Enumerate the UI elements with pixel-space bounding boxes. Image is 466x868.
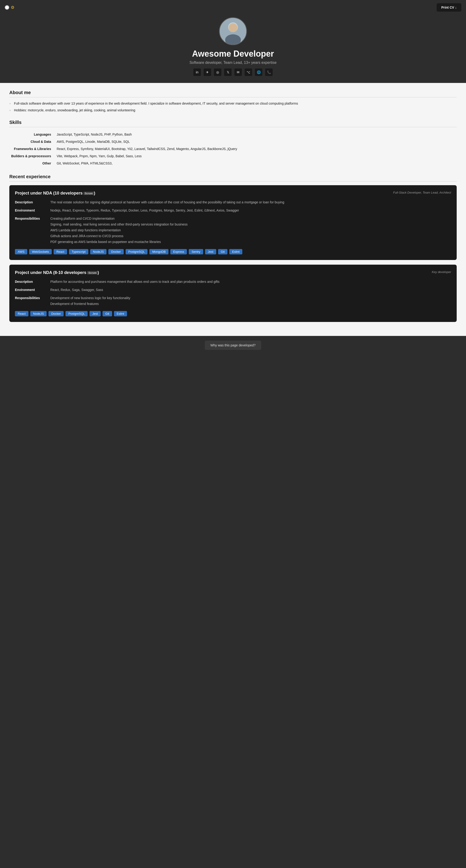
card-desc-row-2: Description Platform for accounting and …	[15, 279, 451, 284]
card-title-text-1: Project under NDA (10 developers	[15, 191, 83, 195]
card-env-row-2: Environment React, Redux, Saga, Swagger,…	[15, 287, 451, 292]
project-card-1: Project under NDA (10 developersScrum) F…	[9, 185, 457, 260]
skills-label-languages: Languages	[9, 131, 55, 138]
avatar	[219, 17, 247, 45]
tag-aws: AWS	[15, 249, 27, 254]
twitter-icon[interactable]: 𝕏	[224, 68, 231, 76]
about-item-2: Hobbies: motorcycle, enduro, snowboardin…	[9, 108, 457, 113]
github-icon[interactable]: ⌥	[245, 68, 252, 76]
tag2-postgresql: PostgreSQL	[65, 311, 88, 316]
resp-item-1-5: PDF generating as AWS lambda based on pu…	[50, 240, 188, 244]
resp-value-2: Development of new business logic for ke…	[50, 296, 130, 307]
skills-row-cloud: Cloud & Data AWS, PostgreSQL, Linode, Ma…	[9, 138, 457, 145]
skills-value-builders: Vite, Webpack, Pnpm, Npm, Yarn, Gulp, Ba…	[55, 153, 457, 160]
env-label-2: Environment	[15, 287, 48, 292]
card-header-2: Project under NDA (8-10 developersScrum)…	[15, 270, 451, 275]
hero-section: Awesome Developer Software developer, Te…	[0, 15, 466, 83]
top-bar: ⚙ Print CV ↓	[0, 0, 466, 15]
footer: Why was this page developed?	[0, 336, 466, 354]
print-button[interactable]: Print CV ↓	[437, 3, 461, 12]
experience-section: Recent experience Project under NDA (10 …	[9, 174, 457, 322]
experience-title: Recent experience	[9, 174, 457, 179]
tag-express: Express	[170, 249, 187, 254]
telegram-icon[interactable]: ✈	[204, 68, 211, 76]
phone-icon[interactable]: 📞	[265, 68, 273, 76]
skills-value-other: Git, WebSocket, PWA, HTML5&CSS3,	[55, 160, 457, 167]
skills-label-other: Other	[9, 160, 55, 167]
resp-item-1-2: Signing, mail sending, real living servi…	[50, 222, 188, 227]
env-value-2: React, Redux, Saga, Swagger, Sass	[50, 287, 103, 292]
tag2-git: Git	[102, 311, 112, 316]
env-label-1: Environment	[15, 208, 48, 213]
skills-row-builders: Builders & preprocessors Vite, Webpack, …	[9, 153, 457, 160]
tags-2: React NodeJS Docker PostgreSQL Jest Git …	[15, 311, 451, 316]
card-resp-row-1: Responsibilities Creating platform and C…	[15, 216, 451, 245]
skills-row-frameworks: Frameworks & Libraries React, Express, S…	[9, 145, 457, 153]
about-divider	[9, 97, 457, 97]
skills-label-frameworks: Frameworks & Libraries	[9, 145, 55, 153]
tag2-eslint: Eslint	[114, 311, 127, 316]
desc-value-2: Platform for accounting and purchases ma…	[50, 279, 219, 284]
tag-websockets: WebSockets	[29, 249, 52, 254]
skills-label-cloud: Cloud & Data	[9, 138, 55, 145]
globe-icon[interactable]: 🌐	[255, 68, 262, 76]
skills-value-languages: JavaScript, TypeScript, NodeJS, PHP, Pyt…	[55, 131, 457, 138]
theme-toggle[interactable]: ⚙	[5, 5, 14, 10]
instagram-icon[interactable]: ◎	[214, 68, 221, 76]
tags-1: AWS WebSockets React Typescript NodeJS D…	[15, 249, 451, 254]
about-item-1: Full-stack software developer with over …	[9, 101, 457, 106]
resp-label-2: Responsibilities	[15, 296, 48, 307]
env-value-1: Nodejs, React, Express, Typeorm, Redux, …	[50, 208, 239, 213]
skills-section: Skills Languages JavaScript, TypeScript,…	[9, 120, 457, 167]
tag-eslint: Eslint	[229, 249, 242, 254]
tag-jest: Jest	[205, 249, 216, 254]
tag2-nodejs: NodeJS	[30, 311, 46, 316]
resp-list-1: Creating platform and CI/CD implementati…	[50, 216, 188, 244]
desc-label-1: Description	[15, 200, 48, 205]
resp-item-1-3: AWS Lambda and step functions implementa…	[50, 228, 188, 233]
tag2-react: React	[15, 311, 28, 316]
social-icons-row: in ✈ ◎ 𝕏 ✉ ⌥ 🌐 📞	[5, 68, 461, 76]
skills-title: Skills	[9, 120, 457, 125]
resp-item-2-1: Development of new business logic for ke…	[50, 296, 130, 301]
desc-label-2: Description	[15, 279, 48, 284]
project-card-2: Project under NDA (8-10 developersScrum)…	[9, 265, 457, 322]
about-title: About me	[9, 90, 457, 95]
card-title-text-2: Project under NDA (8-10 developers	[15, 270, 86, 275]
skills-row-other: Other Git, WebSocket, PWA, HTML5&CSS3,	[9, 160, 457, 167]
tag-postgresql: PostgreSQL	[126, 249, 148, 254]
tag-git: Git	[218, 249, 228, 254]
main-content: About me Full-stack software developer w…	[0, 83, 466, 336]
experience-divider	[9, 181, 457, 182]
tag-mongodb: MongoDB	[149, 249, 168, 254]
resp-list-2: Development of new business logic for ke…	[50, 296, 130, 306]
skills-value-frameworks: React, Express, Symfony, MaterialUI, Boo…	[55, 145, 457, 153]
email-icon[interactable]: ✉	[235, 68, 242, 76]
tag-docker: Docker	[108, 249, 123, 254]
about-list: Full-stack software developer with over …	[9, 101, 457, 113]
tag-react: React	[54, 249, 67, 254]
tag-nodejs: NodeJS	[90, 249, 106, 254]
footer-button[interactable]: Why was this page developed?	[205, 341, 261, 350]
skills-value-cloud: AWS, PostgreSQL, Linode, MariaDB, SQLite…	[55, 138, 457, 145]
about-section: About me Full-stack software developer w…	[9, 90, 457, 113]
card-title-1: Project under NDA (10 developersScrum)	[15, 191, 95, 196]
skills-label-builders: Builders & preprocessors	[9, 153, 55, 160]
svg-point-3	[228, 23, 238, 32]
scrum-badge-2: Scrum	[87, 271, 97, 274]
card-role-2: Key developer	[432, 270, 451, 274]
hero-name: Awesome Developer	[5, 49, 461, 59]
linkedin-icon[interactable]: in	[193, 68, 201, 76]
card-title-end-2: )	[98, 270, 99, 275]
tag-typescript: Typescript	[69, 249, 88, 254]
card-resp-row-2: Responsibilities Development of new busi…	[15, 296, 451, 307]
resp-item-1-1: Creating platform and CI/CD implementati…	[50, 216, 188, 221]
card-title-2: Project under NDA (8-10 developersScrum)	[15, 270, 99, 275]
tag2-docker: Docker	[49, 311, 64, 316]
resp-item-2-2: Development of frontend features	[50, 302, 130, 306]
skills-table: Languages JavaScript, TypeScript, NodeJS…	[9, 131, 457, 167]
card-title-end-1: )	[94, 191, 95, 195]
card-desc-row-1: Description The real estate solution for…	[15, 200, 451, 205]
resp-item-1-4: Github actions and JIRA connect to CI/CD…	[50, 234, 188, 239]
card-header-1: Project under NDA (10 developersScrum) F…	[15, 191, 451, 196]
